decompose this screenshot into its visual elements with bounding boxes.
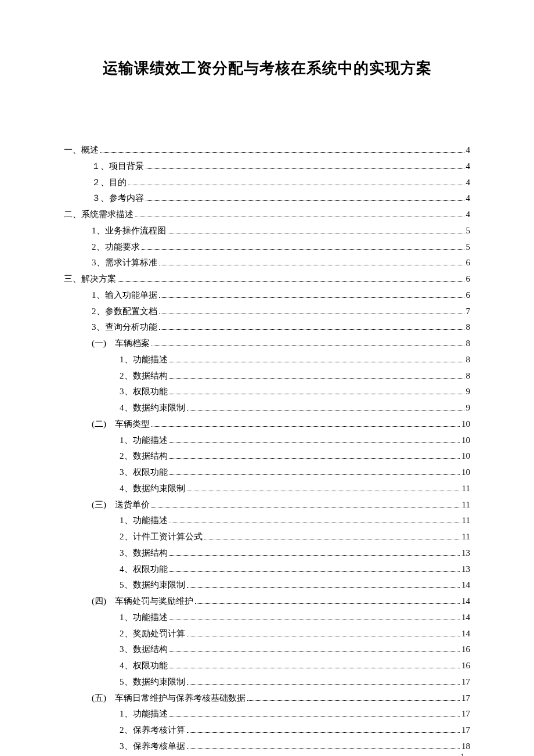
toc-entry-label: 1、功能描述 [120, 352, 168, 368]
toc-entry: 1、输入功能单据6 [64, 287, 470, 304]
toc-entry-page: 8 [466, 336, 471, 352]
toc-entry-page: 17 [461, 706, 470, 722]
toc-entry-page: 17 [461, 690, 470, 707]
toc-entry: 4、数据约束限制11 [64, 481, 470, 497]
toc-entry-page: 8 [466, 368, 471, 384]
toc-leader-dots [151, 507, 460, 507]
toc-entry: 2、数据结构8 [64, 368, 470, 384]
toc-entry-label: 1、功能描述 [120, 706, 168, 722]
toc-entry-page: 10 [461, 416, 470, 433]
toc-entry-label: 三、解决方案 [64, 271, 116, 287]
toc-entry: 3、数据结构13 [64, 545, 470, 561]
toc-entry-label: 3、需求计算标准 [92, 255, 157, 271]
toc-entry-label: (二) 车辆类型 [92, 416, 150, 433]
toc-leader-dots [204, 539, 460, 539]
toc-entry-label: 4、权限功能 [120, 658, 168, 674]
toc-leader-dots [169, 571, 460, 572]
toc-entry-page: 14 [461, 577, 470, 593]
toc-leader-dots [169, 394, 464, 394]
toc-entry: 2、保养考核计算17 [64, 722, 470, 739]
toc-entry: 5、数据约束限制14 [64, 577, 470, 593]
toc-entry-label: 3、保养考核单据 [120, 739, 185, 755]
toc-leader-dots [169, 458, 460, 459]
toc-entry: 1、功能描述8 [64, 352, 470, 368]
toc-leader-dots [169, 442, 460, 443]
toc-leader-dots [169, 523, 460, 523]
toc-entry: 2、计件工资计算公式11 [64, 529, 470, 545]
toc-entry: (三) 送货单价11 [64, 497, 470, 513]
toc-leader-dots [169, 378, 464, 379]
toc-leader-dots [169, 474, 460, 475]
toc-entry-page: 4 [466, 207, 471, 223]
toc-leader-dots [100, 152, 464, 153]
toc-entry-label: 3、数据结构 [120, 642, 168, 658]
toc-entry-page: 6 [466, 271, 471, 287]
toc-leader-dots [187, 491, 460, 491]
toc-entry-page: 9 [466, 400, 471, 416]
toc-leader-dots [195, 603, 460, 604]
toc-entry-label: 3、数据结构 [120, 545, 168, 561]
toc-entry: (五) 车辆日常维护与保养考核基础数据17 [64, 690, 470, 707]
toc-leader-dots [169, 362, 464, 362]
toc-entry-page: 10 [461, 465, 470, 481]
toc-leader-dots [159, 314, 464, 314]
toc-entry: 4、权限功能16 [64, 658, 470, 674]
toc-entry-page: 8 [466, 352, 471, 368]
toc-entry-label: １、项目背景 [92, 159, 144, 175]
toc-entry-label: (三) 送货单价 [92, 497, 150, 513]
toc-entry: ２、目的4 [64, 175, 470, 191]
toc-entry-page: 11 [462, 481, 470, 497]
toc-entry-label: ３、参考内容 [92, 190, 144, 207]
toc-entry: 1、功能描述10 [64, 433, 470, 449]
toc-entry: (四) 车辆处罚与奖励维护14 [64, 593, 470, 610]
toc-entry-label: 1、功能描述 [120, 610, 168, 626]
toc-leader-dots [187, 748, 460, 749]
toc-leader-dots [151, 426, 460, 427]
toc-entry: 3、查询分析功能8 [64, 319, 470, 336]
toc-leader-dots [169, 555, 460, 556]
toc-entry-page: 4 [466, 190, 471, 207]
toc-leader-dots [142, 249, 464, 250]
toc-entry-label: 4、数据约束限制 [120, 481, 185, 497]
toc-entry: 3、需求计算标准6 [64, 255, 470, 271]
toc-entry-page: 10 [461, 433, 470, 449]
toc-entry-page: 16 [461, 642, 470, 658]
toc-leader-dots [187, 636, 460, 636]
toc-entry-page: 13 [461, 561, 470, 578]
toc-entry-label: 2、功能要求 [92, 239, 140, 255]
toc-entry-label: ２、目的 [92, 175, 127, 191]
toc-entry-page: 13 [461, 545, 470, 561]
toc-entry: 5、数据约束限制17 [64, 674, 470, 690]
toc-entry-label: 1、业务操作流程图 [92, 223, 166, 239]
toc-entry: 三、解决方案6 [64, 271, 470, 287]
document-title: 运输课绩效工资分配与考核在系统中的实现方案 [64, 58, 470, 78]
toc-entry: 3、权限功能10 [64, 465, 470, 481]
toc-entry-label: 3、权限功能 [120, 384, 168, 400]
toc-leader-dots [146, 200, 464, 201]
toc-entry-label: 一、概述 [64, 142, 99, 159]
toc-entry-label: 1、输入功能单据 [92, 287, 157, 304]
toc-entry-page: 8 [466, 319, 471, 336]
toc-entry-page: 6 [466, 255, 471, 271]
toc-entry: 一、概述4 [64, 142, 470, 159]
toc-entry-label: 5、数据约束限制 [120, 674, 185, 690]
toc-entry: (二) 车辆类型10 [64, 416, 470, 433]
toc-entry-label: (五) 车辆日常维护与保养考核基础数据 [92, 690, 246, 707]
toc-entry-page: 6 [466, 287, 471, 304]
toc-entry: 1、业务操作流程图5 [64, 223, 470, 239]
toc-leader-dots [159, 265, 464, 265]
toc-entry-page: 7 [466, 304, 471, 320]
toc-leader-dots [159, 329, 464, 330]
toc-entry-label: 4、数据约束限制 [120, 400, 185, 416]
toc-leader-dots [187, 587, 460, 588]
toc-leader-dots [169, 668, 460, 668]
toc-entry-label: 2、参数配置文档 [92, 304, 157, 320]
toc-entry-page: 11 [462, 497, 470, 513]
toc-entry-page: 4 [466, 142, 471, 159]
toc-leader-dots [135, 217, 464, 217]
toc-entry-label: 5、数据约束限制 [120, 577, 185, 593]
toc-entry-page: 9 [466, 384, 471, 400]
toc-entry-label: 2、计件工资计算公式 [120, 529, 203, 545]
toc-entry-label: 3、权限功能 [120, 465, 168, 481]
toc-entry-label: 1、功能描述 [120, 513, 168, 529]
